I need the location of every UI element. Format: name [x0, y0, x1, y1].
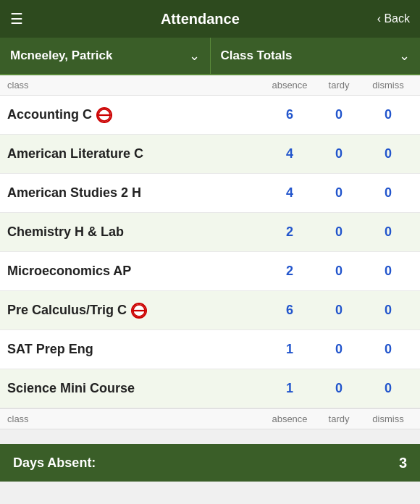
col-class-header-bottom: class	[7, 413, 265, 424]
row-absence: 4	[265, 146, 314, 161]
class-totals-label: Class Totals	[221, 49, 395, 63]
row-dismiss: 0	[364, 342, 413, 357]
row-dismiss: 0	[364, 185, 413, 201]
table-row[interactable]: Chemistry H & Lab200	[0, 213, 420, 252]
table-row[interactable]: Accounting C600	[0, 96, 420, 135]
row-dismiss: 0	[364, 381, 413, 396]
page-title: Attendance	[23, 11, 377, 28]
class-name: SAT Prep Eng	[7, 342, 93, 357]
col-absence-header: absence	[265, 80, 314, 91]
table-row[interactable]: Pre Calculus/Trig C600	[0, 291, 420, 330]
row-absence: 1	[265, 342, 314, 357]
row-tardy: 0	[314, 146, 364, 161]
class-name: Accounting C	[7, 107, 92, 122]
class-totals-dropdown[interactable]: Class Totals ⌄	[211, 38, 421, 74]
row-class-cell: American Literature C	[7, 146, 265, 161]
row-absence: 4	[265, 185, 314, 201]
row-absence: 2	[265, 264, 314, 279]
row-absence: 6	[265, 107, 314, 122]
row-dismiss: 0	[364, 224, 413, 240]
row-tardy: 0	[314, 224, 364, 240]
student-dropdown-arrow: ⌄	[189, 48, 200, 64]
class-name: American Literature C	[7, 146, 143, 161]
row-class-cell: Science Mini Course	[7, 381, 265, 396]
class-name: Chemistry H & Lab	[7, 224, 124, 240]
attendance-table: Accounting C600American Literature C400A…	[0, 96, 420, 408]
col-tardy-header-bottom: tardy	[314, 413, 364, 424]
student-dropdown[interactable]: Mcneeley, Patrick ⌄	[0, 38, 211, 74]
class-totals-dropdown-arrow: ⌄	[399, 48, 410, 64]
row-tardy: 0	[314, 303, 364, 318]
row-tardy: 0	[314, 185, 364, 201]
table-row[interactable]: Microeconomics AP200	[0, 252, 420, 291]
row-class-cell: SAT Prep Eng	[7, 342, 265, 357]
row-dismiss: 0	[364, 146, 413, 161]
col-absence-header-bottom: absence	[265, 413, 314, 424]
column-headers-bottom: class absence tardy dismiss	[0, 408, 420, 429]
row-dismiss: 0	[364, 264, 413, 279]
row-tardy: 0	[314, 381, 364, 396]
class-name: Science Mini Course	[7, 381, 135, 396]
row-dismiss: 0	[364, 303, 413, 318]
row-tardy: 0	[314, 264, 364, 279]
table-row[interactable]: American Literature C400	[0, 135, 420, 174]
row-tardy: 0	[314, 342, 364, 357]
class-name: American Studies 2 H	[7, 185, 141, 201]
svg-point-0	[98, 109, 110, 120]
table-row[interactable]: American Studies 2 H400	[0, 174, 420, 213]
col-tardy-header: tardy	[314, 80, 364, 91]
svg-point-2	[133, 304, 145, 316]
row-absence: 6	[265, 303, 314, 318]
spacer	[0, 429, 420, 444]
row-class-cell: Chemistry H & Lab	[7, 224, 265, 240]
class-name: Pre Calculus/Trig C	[7, 303, 127, 318]
row-tardy: 0	[314, 107, 364, 122]
row-absence: 1	[265, 381, 314, 396]
back-button[interactable]: ‹ Back	[377, 12, 410, 25]
no-entry-icon	[131, 303, 147, 319]
row-class-cell: Pre Calculus/Trig C	[7, 303, 265, 319]
no-entry-icon	[96, 107, 112, 123]
col-class-header: class	[7, 80, 265, 91]
col-dismiss-header: dismiss	[364, 80, 413, 91]
days-absent-label: Days Absent:	[13, 455, 96, 471]
table-row[interactable]: Science Mini Course100	[0, 369, 420, 408]
header: ☰ Attendance ‹ Back	[0, 0, 420, 38]
row-class-cell: Microeconomics AP	[7, 264, 265, 279]
col-dismiss-header-bottom: dismiss	[364, 413, 413, 424]
row-class-cell: American Studies 2 H	[7, 185, 265, 201]
row-absence: 2	[265, 224, 314, 240]
menu-icon[interactable]: ☰	[10, 12, 23, 26]
footer: Days Absent: 3	[0, 444, 420, 482]
table-row[interactable]: SAT Prep Eng100	[0, 330, 420, 369]
column-headers-top: class absence tardy dismiss	[0, 75, 420, 96]
row-class-cell: Accounting C	[7, 107, 265, 123]
student-name-label: Mcneeley, Patrick	[10, 49, 185, 63]
class-name: Microeconomics AP	[7, 264, 131, 279]
dropdowns-row: Mcneeley, Patrick ⌄ Class Totals ⌄	[0, 38, 420, 75]
row-dismiss: 0	[364, 107, 413, 122]
days-absent-value: 3	[399, 455, 407, 471]
